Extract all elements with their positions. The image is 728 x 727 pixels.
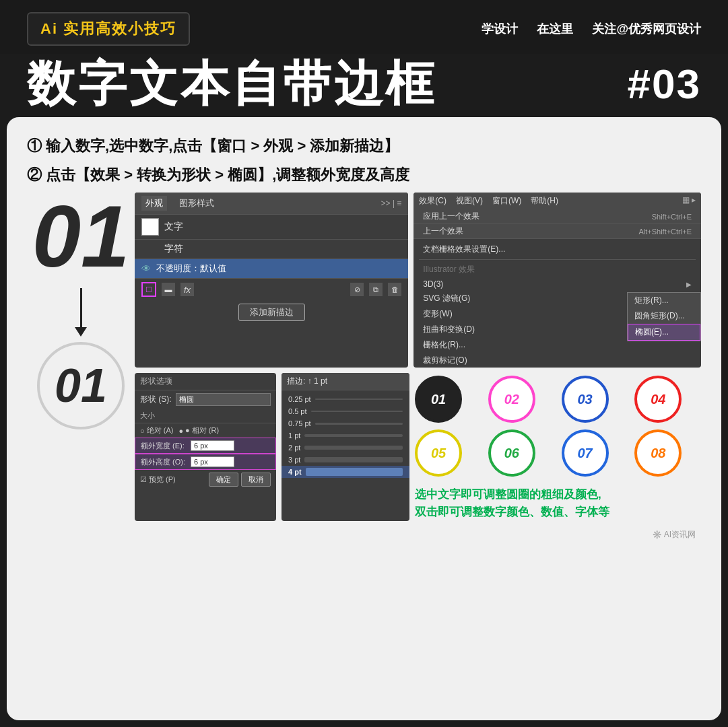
extra-height-input[interactable]: 6 px <box>191 456 234 467</box>
extra-width-row: 额外宽度 (E): 6 px <box>135 438 276 454</box>
stroke-val-6: 4 pt <box>288 468 302 476</box>
toolbar-minus-icon: ⊘ <box>350 283 364 296</box>
panel-tab-style: 图形样式 <box>175 196 218 211</box>
page-wrapper: Ai 实用高效小技巧 学设计 在这里 关注@优秀网页设计 数字文本自带边框 #0… <box>0 0 728 727</box>
effect-menu-bar: 效果(C) 视图(V) 窗口(W) 帮助(H) ▦ ▸ <box>413 193 701 209</box>
row-opacity: 👁 不透明度：默认值 <box>135 259 408 278</box>
slogan2: 在这里 <box>537 21 573 37</box>
appearance-rows: 文字 字符 👁 不透明度：默认值 <box>135 215 408 278</box>
circle-item-0: 01 <box>415 376 462 423</box>
header: Ai 实用高效小技巧 学设计 在这里 关注@优秀网页设计 <box>0 0 728 54</box>
menu-shortcut-row2: 上一个效果 Alt+Shift+Ctrl+E <box>413 224 701 239</box>
shape-form-row: 形状 (S): 椭圆 <box>135 390 276 409</box>
panel-bottom-right: 0102030405060708 选中文字即可调整圆圈的粗细及颜色, 双击即可调… <box>415 373 701 521</box>
circle-item-5: 06 <box>488 429 535 477</box>
eye-icon: 👁 <box>141 263 151 274</box>
shape-options-panel: 形状选项 形状 (S): 椭圆 大小 ○ 绝对 (A) ● ● 相对 (R) 额… <box>135 373 276 521</box>
stroke-val-5: 3 pt <box>288 456 300 464</box>
panel-tab-appearance: 外观 <box>141 196 167 211</box>
shape-bottom-row: ☑ 预览 (P) 确定 取消 <box>135 470 276 489</box>
brand-rest: 实用高效小技巧 <box>58 20 176 37</box>
stroke-row-6: 4 pt <box>282 466 409 478</box>
radio-row: ○ 绝对 (A) ● ● 相对 (R) <box>135 423 276 438</box>
row-opacity-text: 不透明度：默认值 <box>156 263 226 275</box>
circle-item-1: 02 <box>488 376 535 423</box>
main-title: 数字文本自带边框 <box>27 59 436 108</box>
confirm-btn[interactable]: 确定 <box>209 473 238 487</box>
extra-width-label: 额外宽度 (E): <box>141 441 188 451</box>
extra-height-label: 额外高度 (O): <box>141 457 188 467</box>
shape-panel-title: 形状选项 <box>135 373 276 390</box>
circle-item-3: 04 <box>634 376 682 423</box>
stroke-panel: 描边: ↑ 1 pt 0.25 pt 0.5 pt 0.75 <box>282 373 409 521</box>
toolbar-trash-icon: 🗑 <box>388 283 401 296</box>
circle-item-4: 05 <box>415 429 462 477</box>
circles-grid: 0102030405060708 <box>415 373 701 479</box>
screenshots-bottom: 形状选项 形状 (S): 椭圆 大小 ○ 绝对 (A) ● ● 相对 (R) 额… <box>135 373 701 521</box>
effect-menu-screenshot: 效果(C) 视图(V) 窗口(W) 帮助(H) ▦ ▸ 应用上一个效果 Shif… <box>413 193 701 368</box>
circle-number: 01 <box>55 362 107 409</box>
stroke-row-0: 0.25 pt <box>282 393 409 405</box>
wm-flower-icon: ❋ <box>653 528 661 541</box>
radio-absolute[interactable]: ○ 绝对 (A) <box>140 425 173 436</box>
brand-ai: Ai <box>40 20 58 37</box>
big-number-circle: 01 <box>37 342 125 429</box>
demo-area: 01 01 外观 图形样式 >> | ≡ <box>27 193 701 708</box>
shape-form-select[interactable]: 椭圆 <box>176 393 271 406</box>
submenu-round-rect[interactable]: 圆角矩形(D)... <box>628 308 700 324</box>
shortcut1-key: Shift+Ctrl+E <box>652 213 692 221</box>
shortcut1-label: 应用上一个效果 <box>423 211 479 222</box>
stroke-val-3: 1 pt <box>288 431 300 440</box>
big-number-01: 01 <box>32 193 130 280</box>
appearance-panel-screenshot: 外观 图形样式 >> | ≡ 文字 字符 <box>135 193 408 368</box>
watermark: ❋ AI资讯网 <box>415 527 701 541</box>
stroke-row-1: 0.5 pt <box>282 405 409 417</box>
stroke-bar-5 <box>304 457 403 462</box>
menu-crop[interactable]: 裁剪标记(O) <box>413 353 701 368</box>
title-row: 数字文本自带边框 #03 <box>0 54 728 117</box>
menu-bar-extra: ▦ ▸ <box>682 195 696 207</box>
menu-bar-window: 窗口(W) <box>492 195 521 207</box>
slogan3: 关注@优秀网页设计 <box>592 21 701 37</box>
stroke-bar-3 <box>304 434 403 437</box>
content-area: ① 输入数字,选中数字,点击【窗口 > 外观 > 添加新描边】 ② 点击【效果 … <box>7 117 721 720</box>
tag-number: #03 <box>628 60 701 108</box>
add-stroke-btn[interactable]: 添加新描边 <box>238 304 305 321</box>
row-char: 字符 <box>135 240 408 259</box>
stroke-row-3: 1 pt <box>282 429 409 442</box>
menu-distort-label: 扭曲和变换(D) <box>423 324 475 335</box>
extra-width-input[interactable]: 6 px <box>191 440 234 451</box>
radio-relative[interactable]: ● ● 相对 (R) <box>178 425 219 436</box>
menu-divider-1 <box>419 259 696 260</box>
menu-3d-label: 3D(3) <box>423 279 443 289</box>
right-col: 外观 图形样式 >> | ≡ 文字 字符 <box>135 193 701 708</box>
preview-check[interactable]: ☑ 预览 (P) <box>140 475 176 485</box>
submenu-panel: 矩形(R)... 圆角矩形(D)... 椭圆(E)... <box>627 292 701 341</box>
stroke-bar-6 <box>306 468 403 476</box>
slogan1: 学设计 <box>482 21 518 37</box>
submenu-rect[interactable]: 矩形(R)... <box>628 293 700 308</box>
brand-text: Ai 实用高效小技巧 <box>40 20 176 37</box>
white-square-icon <box>141 218 159 236</box>
cancel-btn[interactable]: 取消 <box>241 473 271 487</box>
submenu-ellipse[interactable]: 椭圆(E)... <box>628 324 700 341</box>
stroke-bar-2 <box>315 423 403 425</box>
appearance-toolbar: ☐ ▬ fx ⊘ ⧉ 🗑 <box>135 278 408 300</box>
circle-item-6: 07 <box>562 429 609 477</box>
bottom-caption: 选中文字即可调整圆圈的粗细及颜色, 双击即可调整数字颜色、数值、字体等 <box>415 483 701 523</box>
toolbar-square-icon: ☐ <box>141 282 156 297</box>
arrow-3d: ▶ <box>686 281 692 288</box>
screenshots-top: 外观 图形样式 >> | ≡ 文字 字符 <box>135 193 701 368</box>
menu-shortcut-row1: 应用上一个效果 Shift+Ctrl+E <box>413 209 701 224</box>
stroke-bar-0 <box>315 399 403 400</box>
step1-text: ① 输入数字,选中数字,点击【窗口 > 外观 > 添加新描边】 <box>27 135 701 157</box>
brand-box: Ai 实用高效小技巧 <box>27 12 190 46</box>
stroke-rows: 0.25 pt 0.5 pt 0.75 pt <box>282 390 409 481</box>
wm-text: AI资讯网 <box>664 529 696 541</box>
menu-3d[interactable]: 3D(3)▶ <box>413 277 701 291</box>
panel-arrows: >> | ≡ <box>381 199 402 208</box>
shortcut2-label: 上一个效果 <box>423 226 463 237</box>
menu-deform-label: 变形(W) <box>423 308 452 320</box>
menu-doc-setting[interactable]: 文档栅格效果设置(E)... <box>413 242 701 257</box>
caption-line1: 选中文字即可调整圆圈的粗细及颜色, <box>415 486 701 504</box>
